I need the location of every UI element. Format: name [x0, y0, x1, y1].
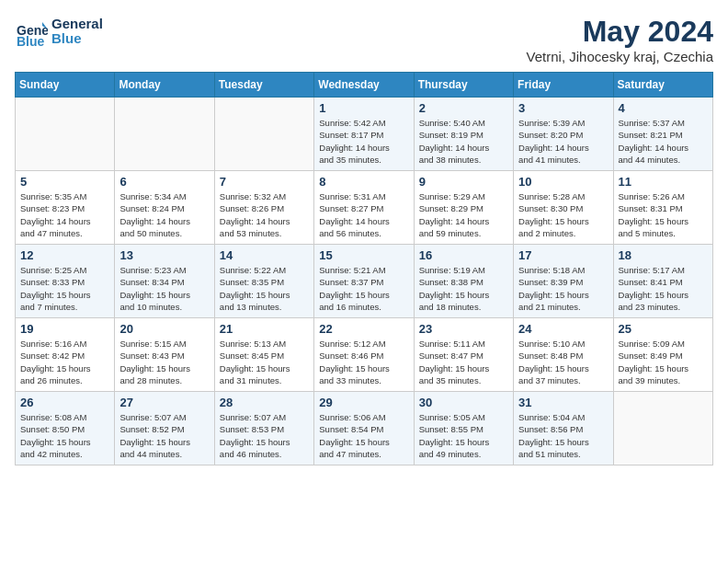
day-info: Sunrise: 5:16 AMSunset: 8:42 PMDaylight:… — [20, 338, 109, 386]
calendar-cell: 7Sunrise: 5:32 AMSunset: 8:26 PMDaylight… — [214, 171, 313, 245]
calendar-cell: 4Sunrise: 5:37 AMSunset: 8:21 PMDaylight… — [613, 98, 712, 171]
title-block: May 2024 Vetrni, Jihocesky kraj, Czechia — [527, 15, 713, 64]
day-info: Sunrise: 5:09 AMSunset: 8:49 PMDaylight:… — [619, 338, 708, 386]
calendar-cell — [613, 392, 712, 465]
calendar-header-row: SundayMondayTuesdayWednesdayThursdayFrid… — [16, 73, 713, 98]
calendar-cell: 22Sunrise: 5:12 AMSunset: 8:46 PMDayligh… — [314, 318, 414, 392]
calendar-cell: 1Sunrise: 5:42 AMSunset: 8:17 PMDaylight… — [314, 98, 414, 171]
day-info: Sunrise: 5:04 AMSunset: 8:56 PMDaylight:… — [518, 411, 608, 460]
day-info: Sunrise: 5:32 AMSunset: 8:26 PMDaylight:… — [220, 190, 309, 239]
calendar-cell: 14Sunrise: 5:22 AMSunset: 8:35 PMDayligh… — [214, 245, 313, 318]
calendar-cell: 11Sunrise: 5:26 AMSunset: 8:31 PMDayligh… — [613, 171, 712, 245]
day-number: 8 — [319, 175, 408, 189]
calendar-cell: 26Sunrise: 5:08 AMSunset: 8:50 PMDayligh… — [16, 392, 115, 465]
calendar-cell: 16Sunrise: 5:19 AMSunset: 8:38 PMDayligh… — [414, 245, 513, 318]
calendar-cell: 3Sunrise: 5:39 AMSunset: 8:20 PMDaylight… — [514, 98, 613, 171]
header-saturday: Saturday — [613, 73, 712, 98]
calendar-cell: 24Sunrise: 5:10 AMSunset: 8:48 PMDayligh… — [514, 318, 613, 392]
calendar-week-row: 26Sunrise: 5:08 AMSunset: 8:50 PMDayligh… — [16, 392, 713, 465]
day-info: Sunrise: 5:35 AMSunset: 8:23 PMDaylight:… — [20, 190, 109, 239]
day-number: 3 — [518, 101, 608, 115]
header-tuesday: Tuesday — [214, 73, 313, 98]
day-number: 18 — [619, 248, 708, 262]
day-info: Sunrise: 5:07 AMSunset: 8:52 PMDaylight:… — [119, 411, 209, 460]
day-number: 4 — [619, 101, 708, 115]
calendar-cell: 12Sunrise: 5:25 AMSunset: 8:33 PMDayligh… — [16, 245, 115, 318]
calendar-cell: 23Sunrise: 5:11 AMSunset: 8:47 PMDayligh… — [414, 318, 513, 392]
header-thursday: Thursday — [414, 73, 513, 98]
day-info: Sunrise: 5:11 AMSunset: 8:47 PMDaylight:… — [419, 338, 508, 386]
day-info: Sunrise: 5:28 AMSunset: 8:30 PMDaylight:… — [518, 190, 608, 239]
day-number: 7 — [220, 175, 309, 189]
calendar-cell — [214, 98, 313, 171]
day-number: 15 — [319, 248, 408, 262]
day-info: Sunrise: 5:19 AMSunset: 8:38 PMDaylight:… — [419, 264, 508, 313]
logo-icon: General Blue — [15, 15, 48, 48]
day-info: Sunrise: 5:05 AMSunset: 8:55 PMDaylight:… — [419, 411, 508, 460]
day-number: 23 — [419, 322, 508, 336]
day-info: Sunrise: 5:08 AMSunset: 8:50 PMDaylight:… — [20, 411, 109, 460]
day-info: Sunrise: 5:22 AMSunset: 8:35 PMDaylight:… — [220, 264, 309, 313]
calendar-cell: 27Sunrise: 5:07 AMSunset: 8:52 PMDayligh… — [115, 392, 214, 465]
day-info: Sunrise: 5:21 AMSunset: 8:37 PMDaylight:… — [319, 264, 408, 313]
day-number: 17 — [518, 248, 608, 262]
calendar-cell: 5Sunrise: 5:35 AMSunset: 8:23 PMDaylight… — [16, 171, 115, 245]
day-number: 19 — [20, 322, 109, 336]
calendar-cell: 30Sunrise: 5:05 AMSunset: 8:55 PMDayligh… — [414, 392, 513, 465]
calendar-cell: 19Sunrise: 5:16 AMSunset: 8:42 PMDayligh… — [16, 318, 115, 392]
day-info: Sunrise: 5:15 AMSunset: 8:43 PMDaylight:… — [119, 338, 209, 386]
day-info: Sunrise: 5:25 AMSunset: 8:33 PMDaylight:… — [20, 264, 109, 313]
calendar-cell: 8Sunrise: 5:31 AMSunset: 8:27 PMDaylight… — [314, 171, 414, 245]
day-number: 30 — [419, 396, 508, 409]
calendar-cell: 10Sunrise: 5:28 AMSunset: 8:30 PMDayligh… — [514, 171, 613, 245]
day-number: 28 — [220, 396, 309, 409]
calendar-cell: 29Sunrise: 5:06 AMSunset: 8:54 PMDayligh… — [314, 392, 414, 465]
day-number: 6 — [119, 175, 209, 189]
day-number: 11 — [619, 175, 708, 189]
day-number: 2 — [419, 101, 508, 115]
calendar-cell — [115, 98, 214, 171]
day-info: Sunrise: 5:12 AMSunset: 8:46 PMDaylight:… — [319, 338, 408, 386]
day-number: 14 — [220, 248, 309, 262]
calendar-table: SundayMondayTuesdayWednesdayThursdayFrid… — [15, 72, 713, 465]
day-info: Sunrise: 5:18 AMSunset: 8:39 PMDaylight:… — [518, 264, 608, 313]
calendar-cell: 21Sunrise: 5:13 AMSunset: 8:45 PMDayligh… — [214, 318, 313, 392]
logo: General Blue General Blue — [15, 15, 103, 48]
calendar-cell: 13Sunrise: 5:23 AMSunset: 8:34 PMDayligh… — [115, 245, 214, 318]
calendar-cell: 6Sunrise: 5:34 AMSunset: 8:24 PMDaylight… — [115, 171, 214, 245]
calendar-cell: 25Sunrise: 5:09 AMSunset: 8:49 PMDayligh… — [613, 318, 712, 392]
calendar-cell: 18Sunrise: 5:17 AMSunset: 8:41 PMDayligh… — [613, 245, 712, 318]
day-number: 9 — [419, 175, 508, 189]
day-number: 10 — [518, 175, 608, 189]
day-info: Sunrise: 5:10 AMSunset: 8:48 PMDaylight:… — [518, 338, 608, 386]
calendar-cell: 20Sunrise: 5:15 AMSunset: 8:43 PMDayligh… — [115, 318, 214, 392]
logo-line2: Blue — [51, 31, 103, 47]
day-info: Sunrise: 5:31 AMSunset: 8:27 PMDaylight:… — [319, 190, 408, 239]
day-info: Sunrise: 5:37 AMSunset: 8:21 PMDaylight:… — [619, 117, 708, 166]
day-info: Sunrise: 5:26 AMSunset: 8:31 PMDaylight:… — [619, 190, 708, 239]
location-title: Vetrni, Jihocesky kraj, Czechia — [527, 49, 713, 64]
day-number: 27 — [119, 396, 209, 409]
day-info: Sunrise: 5:42 AMSunset: 8:17 PMDaylight:… — [319, 117, 408, 166]
calendar-cell: 28Sunrise: 5:07 AMSunset: 8:53 PMDayligh… — [214, 392, 313, 465]
day-info: Sunrise: 5:07 AMSunset: 8:53 PMDaylight:… — [220, 411, 309, 460]
day-number: 25 — [619, 322, 708, 336]
svg-text:Blue: Blue — [17, 34, 45, 48]
header-friday: Friday — [514, 73, 613, 98]
calendar-week-row: 1Sunrise: 5:42 AMSunset: 8:17 PMDaylight… — [16, 98, 713, 171]
day-number: 22 — [319, 322, 408, 336]
calendar-cell: 17Sunrise: 5:18 AMSunset: 8:39 PMDayligh… — [514, 245, 613, 318]
day-number: 26 — [20, 396, 109, 409]
day-number: 13 — [119, 248, 209, 262]
calendar-cell: 9Sunrise: 5:29 AMSunset: 8:29 PMDaylight… — [414, 171, 513, 245]
day-info: Sunrise: 5:23 AMSunset: 8:34 PMDaylight:… — [119, 264, 209, 313]
day-number: 12 — [20, 248, 109, 262]
day-info: Sunrise: 5:39 AMSunset: 8:20 PMDaylight:… — [518, 117, 608, 166]
day-info: Sunrise: 5:06 AMSunset: 8:54 PMDaylight:… — [319, 411, 408, 460]
day-number: 16 — [419, 248, 508, 262]
day-info: Sunrise: 5:13 AMSunset: 8:45 PMDaylight:… — [220, 338, 309, 386]
day-info: Sunrise: 5:29 AMSunset: 8:29 PMDaylight:… — [419, 190, 508, 239]
header-sunday: Sunday — [16, 73, 115, 98]
calendar-cell: 2Sunrise: 5:40 AMSunset: 8:19 PMDaylight… — [414, 98, 513, 171]
calendar-cell: 31Sunrise: 5:04 AMSunset: 8:56 PMDayligh… — [514, 392, 613, 465]
